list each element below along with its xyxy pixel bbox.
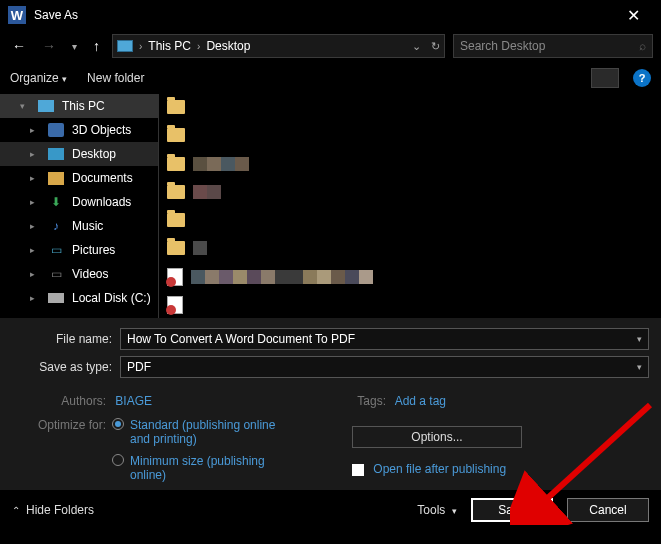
desktop-icon xyxy=(48,148,64,160)
redacted-text xyxy=(193,241,207,255)
radio-standard[interactable] xyxy=(112,418,124,430)
new-folder-button[interactable]: New folder xyxy=(87,71,144,85)
tools-dropdown[interactable]: Tools ▾ xyxy=(417,503,457,517)
folder-icon xyxy=(167,157,185,171)
videos-icon: ▭ xyxy=(48,267,64,281)
documents-icon xyxy=(48,172,64,185)
word-app-icon: W xyxy=(8,6,26,24)
radio-minimum[interactable] xyxy=(112,454,124,466)
chevron-down-icon[interactable]: ▾ xyxy=(637,334,642,344)
expand-icon[interactable]: ▸ xyxy=(30,173,40,183)
list-item[interactable] xyxy=(167,126,653,144)
open-after-label[interactable]: Open file after publishing xyxy=(373,462,506,476)
redacted-text xyxy=(193,157,249,171)
toolbar: Organize ▾ New folder ? xyxy=(0,62,661,94)
nav-bar: ← → ▾ ↑ › This PC › Desktop ⌄ ↻ Search D… xyxy=(0,30,661,62)
sidebar-item-music[interactable]: ▸ ♪ Music xyxy=(0,214,158,238)
music-icon: ♪ xyxy=(48,219,64,233)
tags-label: Tags: xyxy=(352,394,392,408)
list-item[interactable] xyxy=(167,211,653,229)
download-icon: ⬇ xyxy=(48,195,64,209)
chevron-down-icon[interactable]: ⌄ xyxy=(412,40,421,53)
folder-icon xyxy=(167,241,185,255)
folder-icon xyxy=(167,128,185,142)
sidebar-item-this-pc[interactable]: ▾ This PC xyxy=(0,94,158,118)
filename-input[interactable]: How To Convert A Word Document To PDF ▾ xyxy=(120,328,649,350)
authors-value[interactable]: BIAGE xyxy=(115,394,152,408)
folder-icon xyxy=(167,213,185,227)
pc-icon xyxy=(38,100,54,112)
search-input[interactable]: Search Desktop ⌕ xyxy=(453,34,653,58)
sidebar-item-downloads[interactable]: ▸ ⬇ Downloads xyxy=(0,190,158,214)
pictures-icon: ▭ xyxy=(48,243,64,257)
expand-icon[interactable]: ▸ xyxy=(30,197,40,207)
redacted-text xyxy=(191,270,373,284)
footer: ⌃ Hide Folders Tools ▾ Save Cancel xyxy=(0,490,661,530)
back-button[interactable]: ← xyxy=(8,36,30,56)
option-standard[interactable]: Standard (publishing online and printing… xyxy=(130,418,280,446)
pc-icon xyxy=(117,40,133,52)
save-button[interactable]: Save xyxy=(471,498,553,522)
sidebar-item-desktop[interactable]: ▸ Desktop xyxy=(0,142,158,166)
expand-icon[interactable]: ▸ xyxy=(30,149,40,159)
list-item[interactable] xyxy=(167,239,653,257)
redacted-text xyxy=(193,185,221,199)
folder-icon xyxy=(167,100,185,114)
chevron-right-icon: › xyxy=(139,41,142,52)
file-list xyxy=(158,94,661,318)
crumb-this-pc[interactable]: This PC xyxy=(148,39,191,53)
up-button[interactable]: ↑ xyxy=(89,36,104,56)
chevron-down-icon[interactable]: ▾ xyxy=(637,362,642,372)
close-icon[interactable]: ✕ xyxy=(613,6,653,25)
form-panel: File name: How To Convert A Word Documen… xyxy=(0,318,661,490)
expand-icon[interactable]: ▸ xyxy=(30,125,40,135)
sidebar-item-videos[interactable]: ▸ ▭ Videos xyxy=(0,262,158,286)
hide-folders-button[interactable]: ⌃ Hide Folders xyxy=(12,503,94,517)
options-button[interactable]: Options... xyxy=(352,426,522,448)
expand-icon[interactable]: ▾ xyxy=(20,101,30,111)
list-item[interactable] xyxy=(167,98,653,116)
breadcrumb[interactable]: › This PC › Desktop ⌄ ↻ xyxy=(112,34,445,58)
pdf-icon xyxy=(167,296,183,314)
view-button[interactable] xyxy=(591,68,619,88)
refresh-icon[interactable]: ↻ xyxy=(431,40,440,53)
title-bar: W Save As ✕ xyxy=(0,0,661,30)
list-item[interactable] xyxy=(167,155,653,173)
window-title: Save As xyxy=(34,8,613,22)
sidebar: ▾ This PC ▸ 3D Objects ▸ Desktop ▸ Docum… xyxy=(0,94,158,318)
cancel-button[interactable]: Cancel xyxy=(567,498,649,522)
pdf-icon xyxy=(167,268,183,286)
folder-icon xyxy=(167,185,185,199)
saveastype-input[interactable]: PDF ▾ xyxy=(120,356,649,378)
search-placeholder: Search Desktop xyxy=(460,39,545,53)
disk-icon xyxy=(48,293,64,303)
authors-label: Authors: xyxy=(12,394,112,408)
expand-icon[interactable]: ▸ xyxy=(30,221,40,231)
sidebar-item-documents[interactable]: ▸ Documents xyxy=(0,166,158,190)
search-icon: ⌕ xyxy=(639,39,646,53)
optimize-label: Optimize for: xyxy=(12,418,112,482)
filename-label: File name: xyxy=(12,332,120,346)
crumb-desktop[interactable]: Desktop xyxy=(206,39,250,53)
sidebar-item-3d-objects[interactable]: ▸ 3D Objects xyxy=(0,118,158,142)
chevron-right-icon: › xyxy=(197,41,200,52)
option-minimum[interactable]: Minimum size (publishing online) xyxy=(130,454,280,482)
3d-icon xyxy=(48,123,64,137)
organize-button[interactable]: Organize ▾ xyxy=(10,71,67,85)
forward-button: → xyxy=(38,36,60,56)
expand-icon[interactable]: ▸ xyxy=(30,293,40,303)
expand-icon[interactable]: ▸ xyxy=(30,245,40,255)
help-icon[interactable]: ? xyxy=(633,69,651,87)
chevron-up-icon: ⌃ xyxy=(12,505,20,516)
open-after-checkbox[interactable] xyxy=(352,464,364,476)
sidebar-item-pictures[interactable]: ▸ ▭ Pictures xyxy=(0,238,158,262)
list-item[interactable] xyxy=(167,268,653,286)
saveastype-label: Save as type: xyxy=(12,360,120,374)
list-item[interactable] xyxy=(167,296,653,314)
tags-value[interactable]: Add a tag xyxy=(395,394,446,408)
expand-icon[interactable]: ▸ xyxy=(30,269,40,279)
history-dropdown[interactable]: ▾ xyxy=(68,39,81,54)
list-item[interactable] xyxy=(167,183,653,201)
sidebar-item-local-disk[interactable]: ▸ Local Disk (C:) xyxy=(0,286,158,310)
